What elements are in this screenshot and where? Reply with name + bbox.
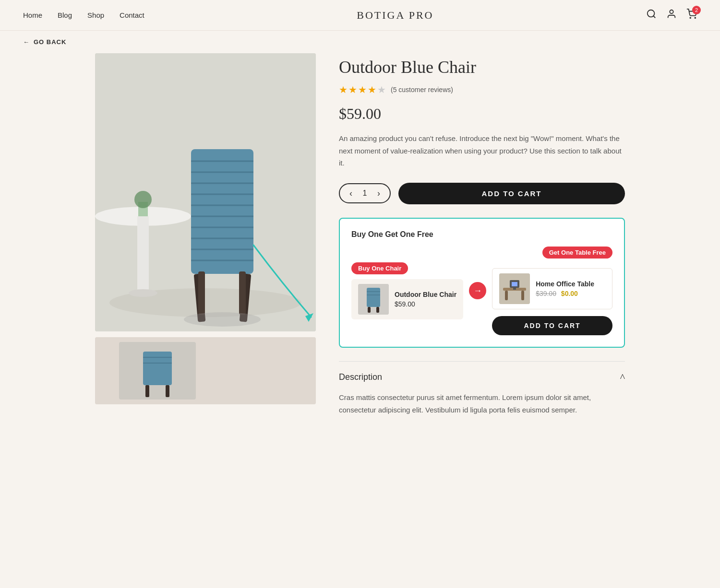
bogo-free-section: Get One Table Free bbox=[492, 247, 612, 335]
description-text: Cras mattis consectetur purus sit amet f… bbox=[339, 391, 625, 417]
svg-rect-40 bbox=[368, 307, 371, 313]
user-button[interactable] bbox=[666, 9, 677, 22]
quantity-increase-button[interactable]: › bbox=[377, 189, 380, 198]
svg-point-9 bbox=[129, 289, 157, 297]
go-back-link[interactable]: ← GO BACK bbox=[23, 38, 697, 46]
svg-rect-44 bbox=[505, 291, 508, 300]
rating-row: ★ ★ ★ ★ ★ (5 customer reviews) bbox=[339, 84, 625, 95]
svg-point-11 bbox=[134, 191, 152, 208]
svg-point-0 bbox=[648, 10, 655, 17]
svg-rect-8 bbox=[137, 216, 149, 293]
product-info: Outdoor Blue Chair ★ ★ ★ ★ ★ (5 customer… bbox=[339, 53, 625, 416]
cart-badge: 2 bbox=[692, 6, 701, 14]
product-images bbox=[95, 53, 316, 416]
buy-product-details: Outdoor Blue Chair $59.00 bbox=[395, 291, 456, 308]
star-1: ★ bbox=[339, 84, 348, 95]
free-product-free-price: $0.00 bbox=[561, 290, 578, 297]
product-price: $59.00 bbox=[339, 105, 625, 123]
buy-product-image bbox=[358, 284, 389, 315]
svg-point-27 bbox=[184, 312, 261, 327]
bogo-add-to-cart-button[interactable]: ADD TO CART bbox=[492, 316, 612, 335]
svg-rect-47 bbox=[512, 282, 517, 286]
product-title: Outdoor Blue Chair bbox=[339, 57, 625, 77]
quantity-decrease-button[interactable]: ‹ bbox=[349, 189, 352, 198]
description-toggle-icon: ^ bbox=[620, 371, 625, 384]
buy-product-card: Outdoor Blue Chair $59.00 bbox=[351, 279, 463, 319]
svg-rect-35 bbox=[166, 385, 169, 397]
go-back-bar: ← GO BACK bbox=[0, 31, 720, 53]
svg-point-3 bbox=[690, 17, 691, 18]
description-header[interactable]: Description ^ bbox=[339, 371, 625, 384]
product-thumbnail-image bbox=[95, 337, 316, 404]
description-title: Description bbox=[339, 372, 382, 382]
star-2: ★ bbox=[348, 84, 357, 95]
bogo-box: Buy One Get One Free Buy One Chair bbox=[339, 218, 625, 348]
brand-logo: BOTIGA PRO bbox=[357, 9, 433, 22]
star-4: ★ bbox=[368, 84, 376, 95]
description-section: Description ^ Cras mattis consectetur pu… bbox=[339, 361, 625, 417]
user-icon bbox=[666, 11, 677, 21]
free-product-card: Home Office Table $39.00 $0.00 bbox=[492, 268, 612, 309]
header-icons: 2 bbox=[646, 9, 697, 22]
svg-rect-37 bbox=[367, 288, 380, 307]
star-5: ★ bbox=[377, 84, 386, 95]
site-header: Home Blog Shop Contact BOTIGA PRO 2 bbox=[0, 0, 720, 31]
svg-point-2 bbox=[670, 10, 673, 13]
buy-badge: Buy One Chair bbox=[351, 262, 408, 274]
nav-blog[interactable]: Blog bbox=[58, 11, 72, 19]
quantity-value: 1 bbox=[359, 189, 371, 198]
bogo-title: Buy One Get One Free bbox=[351, 230, 612, 239]
add-to-cart-row: ‹ 1 › ADD TO CART bbox=[339, 183, 625, 204]
star-3: ★ bbox=[358, 84, 367, 95]
star-rating: ★ ★ ★ ★ ★ bbox=[339, 84, 386, 95]
add-to-cart-button[interactable]: ADD TO CART bbox=[398, 183, 625, 204]
nav-contact[interactable]: Contact bbox=[120, 11, 144, 19]
svg-rect-31 bbox=[143, 352, 172, 385]
back-arrow-icon: ← bbox=[23, 38, 30, 46]
product-main-image bbox=[95, 53, 316, 331]
svg-line-1 bbox=[653, 16, 655, 18]
bogo-products: Buy One Chair bbox=[351, 247, 612, 335]
free-product-price-row: $39.00 $0.00 bbox=[536, 290, 594, 297]
svg-rect-34 bbox=[145, 385, 149, 397]
nav-home[interactable]: Home bbox=[23, 11, 42, 19]
svg-rect-26 bbox=[239, 271, 246, 315]
cart-button[interactable]: 2 bbox=[686, 9, 697, 22]
free-badge: Get One Table Free bbox=[542, 247, 612, 259]
bogo-arrow-circle: → bbox=[469, 282, 486, 299]
svg-rect-12 bbox=[191, 149, 253, 274]
arrow-right-icon: → bbox=[473, 286, 482, 296]
main-nav: Home Blog Shop Contact bbox=[23, 11, 144, 20]
bogo-buy-product: Buy One Chair bbox=[351, 262, 463, 319]
product-page: Outdoor Blue Chair ★ ★ ★ ★ ★ (5 customer… bbox=[72, 53, 648, 439]
free-product-image bbox=[499, 273, 530, 304]
svg-rect-45 bbox=[521, 291, 524, 300]
search-button[interactable] bbox=[646, 9, 657, 22]
plus-icon: › bbox=[377, 188, 380, 198]
free-product-original-price: $39.00 bbox=[536, 290, 556, 297]
quantity-selector: ‹ 1 › bbox=[339, 183, 391, 203]
search-icon bbox=[646, 11, 657, 21]
bogo-free-header: Get One Table Free bbox=[492, 247, 612, 263]
go-back-label: GO BACK bbox=[34, 38, 66, 46]
free-product-details: Home Office Table $39.00 $0.00 bbox=[536, 280, 594, 297]
nav-shop[interactable]: Shop bbox=[87, 11, 104, 19]
buy-product-name: Outdoor Blue Chair bbox=[395, 291, 456, 298]
svg-rect-25 bbox=[198, 271, 205, 315]
svg-rect-48 bbox=[513, 288, 516, 290]
free-product-name: Home Office Table bbox=[536, 280, 594, 288]
svg-point-4 bbox=[695, 17, 696, 18]
buy-product-price: $59.00 bbox=[395, 300, 456, 308]
svg-rect-41 bbox=[376, 307, 379, 313]
product-description: An amazing product you can't refuse. Int… bbox=[339, 132, 625, 169]
minus-icon: ‹ bbox=[349, 188, 352, 198]
review-count: (5 customer reviews) bbox=[391, 86, 453, 94]
